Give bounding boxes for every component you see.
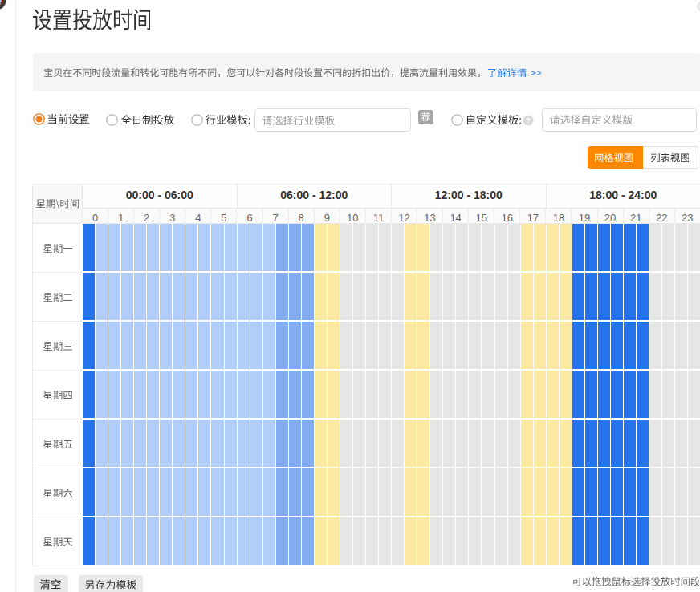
svg-text:?: ? [526,116,531,124]
